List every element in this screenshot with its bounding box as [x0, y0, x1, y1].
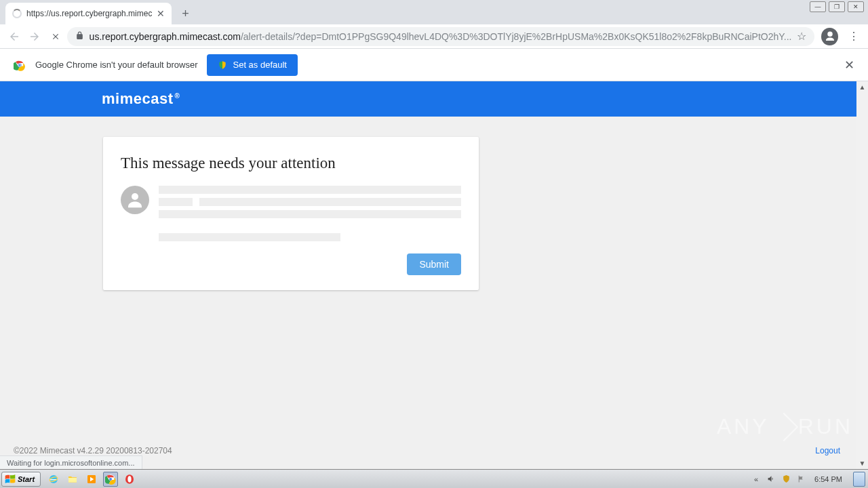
shield-icon — [218, 60, 227, 70]
scroll-up-button[interactable]: ▲ — [856, 81, 868, 93]
start-button[interactable]: Start — [1, 472, 41, 487]
card-heading: This message needs your attention — [121, 155, 461, 172]
loading-spinner-icon — [12, 9, 22, 18]
default-browser-infobar: Google Chrome isn't your default browser… — [0, 49, 868, 81]
taskbar-ie-icon[interactable] — [46, 472, 61, 487]
person-icon — [824, 30, 836, 43]
taskbar-chrome-icon[interactable] — [103, 472, 118, 487]
show-desktop-button[interactable] — [853, 472, 865, 487]
tab-title: https://us.report.cybergraph.mimec — [26, 9, 152, 18]
address-bar[interactable]: us.report.cybergraph.mimecast.com/alert-… — [67, 27, 815, 46]
brand-header: mimecast® — [0, 81, 868, 117]
page-footer: ©2022 Mimecast v4.2.29 20200813-202704 L… — [0, 446, 856, 455]
taskbar-opera-icon[interactable] — [122, 472, 137, 487]
sender-avatar — [121, 186, 149, 214]
browser-tab[interactable]: https://us.report.cybergraph.mimec ✕ — [5, 3, 172, 24]
system-tray: « 6:54 PM — [751, 472, 868, 487]
stop-button[interactable] — [46, 27, 64, 46]
browser-toolbar: us.report.cybergraph.mimecast.com/alert-… — [0, 24, 868, 49]
tray-expand-button[interactable]: « — [751, 474, 762, 485]
windows-taskbar: Start « 6:54 PM — [0, 469, 868, 488]
svg-point-3 — [19, 64, 21, 66]
svg-point-4 — [132, 193, 138, 200]
person-icon — [125, 190, 145, 210]
chrome-menu-button[interactable]: ⋮ — [845, 27, 863, 46]
arrow-right-icon — [28, 30, 41, 43]
alert-card: This message needs your attention Submit — [103, 137, 479, 290]
svg-point-9 — [109, 478, 112, 481]
set-default-label: Set as default — [233, 60, 287, 70]
start-label: Start — [18, 475, 35, 483]
back-button[interactable] — [5, 27, 23, 46]
url-text: us.report.cybergraph.mimecast.com/alert-… — [90, 31, 792, 42]
new-tab-button[interactable]: + — [176, 4, 195, 23]
window-close-button[interactable]: ✕ — [848, 1, 864, 12]
security-icon[interactable] — [781, 474, 791, 485]
taskbar-clock[interactable]: 6:54 PM — [810, 475, 846, 483]
submit-button[interactable]: Submit — [407, 253, 461, 275]
copyright-text: ©2022 Mimecast v4.2.29 20200813-202704 — [14, 446, 172, 455]
chrome-logo-icon — [14, 59, 26, 71]
vertical-scrollbar[interactable]: ▲ ▼ — [856, 81, 868, 469]
infobar-close-button[interactable]: ✕ — [844, 58, 854, 73]
card-actions: Submit — [121, 253, 461, 275]
taskbar-media-icon[interactable] — [84, 472, 99, 487]
bookmark-star-icon[interactable]: ☆ — [797, 30, 806, 43]
loading-skeleton — [159, 186, 461, 241]
close-icon — [51, 32, 60, 41]
window-minimize-button[interactable]: — — [810, 1, 826, 12]
volume-icon[interactable] — [766, 474, 776, 485]
taskbar-apps — [46, 472, 137, 487]
status-text: Waiting for login.microsoftonline.com... — [7, 459, 135, 467]
window-maximize-button[interactable]: ❐ — [829, 1, 845, 12]
play-icon — [769, 412, 797, 441]
browser-status-bar: Waiting for login.microsoftonline.com... — [0, 455, 142, 469]
set-default-button[interactable]: Set as default — [207, 54, 298, 76]
profile-avatar-button[interactable] — [821, 28, 837, 45]
page-viewport: mimecast® This message needs your attent… — [0, 81, 868, 469]
tab-close-icon[interactable]: ✕ — [157, 8, 165, 19]
scroll-down-button[interactable]: ▼ — [856, 458, 868, 469]
browser-tab-strip: https://us.report.cybergraph.mimec ✕ + —… — [0, 0, 868, 24]
window-controls: — ❐ ✕ — [810, 1, 864, 12]
anyrun-watermark: ANY RUN — [717, 414, 853, 439]
flag-icon[interactable] — [795, 474, 806, 485]
card-body — [121, 186, 461, 241]
mimecast-logo: mimecast® — [102, 90, 180, 108]
windows-flag-icon — [5, 474, 16, 484]
forward-button[interactable] — [26, 27, 43, 46]
lock-icon — [75, 31, 84, 42]
logout-link[interactable]: Logout — [815, 446, 840, 455]
taskbar-explorer-icon[interactable] — [65, 472, 80, 487]
arrow-left-icon — [8, 30, 20, 43]
svg-point-11 — [127, 476, 131, 482]
infobar-text: Google Chrome isn't your default browser — [35, 60, 197, 70]
